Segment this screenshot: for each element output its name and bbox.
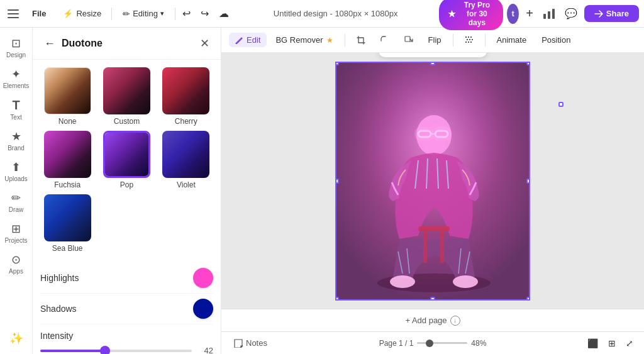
edit-toolbar: Edit BG Remover ★ Flip — [221, 28, 644, 53]
crop-button[interactable] — [350, 33, 372, 47]
status-bar-center: Page 1 / 1 48% — [367, 339, 499, 348]
share-button[interactable]: Share — [584, 5, 639, 22]
sidebar-item-draw[interactable]: ✏ Draw — [3, 187, 30, 217]
editing-button[interactable]: ✏ Editing ▾ — [116, 6, 171, 22]
sidebar-item-apps[interactable]: ⊙ Apps — [3, 249, 30, 279]
sidebar-item-brand[interactable]: ★ Brand — [3, 126, 30, 155]
filter-pop[interactable]: Pop — [99, 131, 153, 189]
svg-rect-2 — [8, 17, 19, 18]
save-cloud-button[interactable]: ☁ — [216, 4, 232, 23]
canvas-area: Edit BG Remover ★ Flip — [221, 28, 644, 354]
desktop-view-button[interactable]: ⬛ — [584, 335, 601, 351]
shadows-color-swatch[interactable] — [193, 299, 213, 319]
svg-rect-5 — [552, 9, 555, 19]
sidebar-item-elements[interactable]: ✦ Elements — [3, 64, 30, 93]
edit-button[interactable]: Edit — [229, 33, 267, 47]
float-lock-button[interactable]: 🔒 — [402, 53, 422, 54]
round-corner-button[interactable] — [374, 33, 396, 47]
add-page-bar[interactable]: + Add page ↓ — [221, 309, 644, 331]
canvas-workspace[interactable]: ↺ 🔒 🗑 ••• — [221, 53, 644, 309]
resize-button[interactable]: ⚡ Resize — [57, 6, 108, 21]
img-handle-br[interactable] — [526, 297, 530, 301]
img-handle-tl[interactable] — [335, 62, 339, 65]
sidebar-item-design[interactable]: ⊡ Design — [3, 33, 30, 62]
bg-remover-button[interactable]: BG Remover ★ — [269, 33, 339, 47]
panel-content: None Custom Cherry — [33, 60, 221, 354]
filter-fuchsia[interactable]: Fuchsia — [40, 131, 94, 189]
panel-header: ← Duotone ✕ — [33, 28, 221, 60]
notes-button[interactable]: Notes — [229, 336, 272, 350]
img-handle-bl[interactable] — [335, 297, 339, 301]
document-title: Untitled design - 1080px × 1080px — [274, 9, 398, 18]
duotone-panel: ← Duotone ✕ None Custom — [33, 28, 221, 354]
analytics-button[interactable] — [540, 6, 558, 22]
status-bar: Notes Page 1 / 1 48% ⬛ ⊞ ⤢ — [221, 331, 644, 354]
filter-seablue[interactable]: Sea Blue — [40, 194, 94, 253]
status-bar-right: ⬛ ⊞ ⤢ — [504, 335, 636, 351]
intensity-controls: 42 — [40, 346, 213, 354]
undo-button[interactable]: ↩ — [179, 4, 194, 23]
svg-rect-3 — [543, 14, 546, 19]
canvas-svg — [336, 63, 530, 301]
position-button[interactable]: Position — [535, 33, 577, 47]
highlights-color-swatch[interactable] — [193, 268, 213, 288]
intensity-value: 42 — [198, 346, 213, 354]
topbar-center: Untitled design - 1080px × 1080px — [236, 9, 436, 18]
svg-rect-6 — [405, 36, 410, 41]
fullscreen-button[interactable]: ⤢ — [623, 335, 636, 351]
shadows-label: Shadows — [40, 304, 77, 314]
filter-custom[interactable]: Custom — [99, 67, 153, 126]
sidebar-item-projects[interactable]: ⊞ Projects — [3, 218, 30, 248]
toolbar-divider — [345, 34, 345, 47]
grid-view-button[interactable]: ⊞ — [605, 335, 619, 351]
svg-rect-1 — [8, 13, 19, 14]
intensity-label: Intensity — [40, 331, 213, 341]
svg-rect-0 — [8, 9, 19, 11]
filter-cherry[interactable]: Cherry — [159, 67, 213, 126]
toolbar-divider2 — [453, 34, 453, 47]
filter-none[interactable]: None — [40, 67, 94, 126]
comments-button[interactable]: 💬 — [562, 4, 580, 23]
avatar-button[interactable]: t — [507, 4, 519, 24]
sidebar: ⊡ Design ✦ Elements T Text ★ Brand ⬆ Upl… — [0, 28, 33, 354]
img-handle-ml[interactable] — [335, 179, 339, 184]
intensity-row: Intensity 42 — [40, 324, 213, 354]
img-handle-bm[interactable] — [430, 297, 435, 301]
img-handle-tr[interactable] — [526, 62, 530, 65]
float-delete-button[interactable]: 🗑 — [443, 53, 461, 53]
canvas-frame: ↺ 🔒 🗑 ••• — [335, 62, 530, 301]
intensity-slider[interactable] — [40, 350, 192, 352]
svg-rect-4 — [548, 11, 550, 19]
float-refresh-button[interactable]: ↺ — [384, 53, 399, 54]
sidebar-item-magic[interactable]: ✨ — [3, 328, 30, 349]
sidebar-item-uploads[interactable]: ⬆ Uploads — [3, 157, 30, 186]
img-handle-tm[interactable] — [430, 62, 435, 65]
svg-point-18 — [453, 275, 478, 288]
separator — [175, 8, 175, 20]
back-button[interactable]: ← — [43, 36, 57, 52]
panel-close-button[interactable]: ✕ — [199, 35, 211, 52]
filter-violet[interactable]: Violet — [159, 131, 213, 189]
highlights-row: Highlights — [40, 263, 213, 294]
duotone-texture-btn[interactable] — [458, 33, 480, 47]
file-menu-button[interactable]: File — [25, 6, 53, 21]
float-more-button[interactable]: ••• — [464, 53, 482, 53]
page-indicator: Page 1 / 1 — [379, 339, 414, 348]
hamburger-button[interactable] — [5, 7, 21, 21]
flip-button[interactable]: Flip — [422, 33, 448, 47]
animate-button[interactable]: Animate — [491, 33, 533, 47]
img-handle-mr[interactable] — [526, 179, 530, 184]
sidebar-item-text[interactable]: T Text — [3, 94, 30, 124]
main-content: ⊡ Design ✦ Elements T Text ★ Brand ⬆ Upl… — [0, 28, 644, 354]
resize-handle-tm[interactable] — [558, 102, 564, 107]
topbar: File ⚡ Resize ✏ Editing ▾ ↩ ↪ ☁ Untitled… — [0, 0, 644, 28]
canvas-image[interactable] — [335, 62, 530, 301]
zoom-slider[interactable] — [417, 342, 467, 344]
try-pro-button[interactable]: ★ Try Pro for 30 days — [439, 0, 503, 30]
topbar-left: File ⚡ Resize ✏ Editing ▾ ↩ ↪ ☁ — [5, 4, 232, 23]
redo-button[interactable]: ↪ — [197, 4, 212, 23]
resize-image-button[interactable] — [398, 33, 419, 47]
status-bar-left: Notes — [229, 336, 362, 350]
float-toolbar: ↺ 🔒 🗑 ••• — [379, 53, 487, 57]
add-button[interactable]: + — [523, 3, 536, 24]
